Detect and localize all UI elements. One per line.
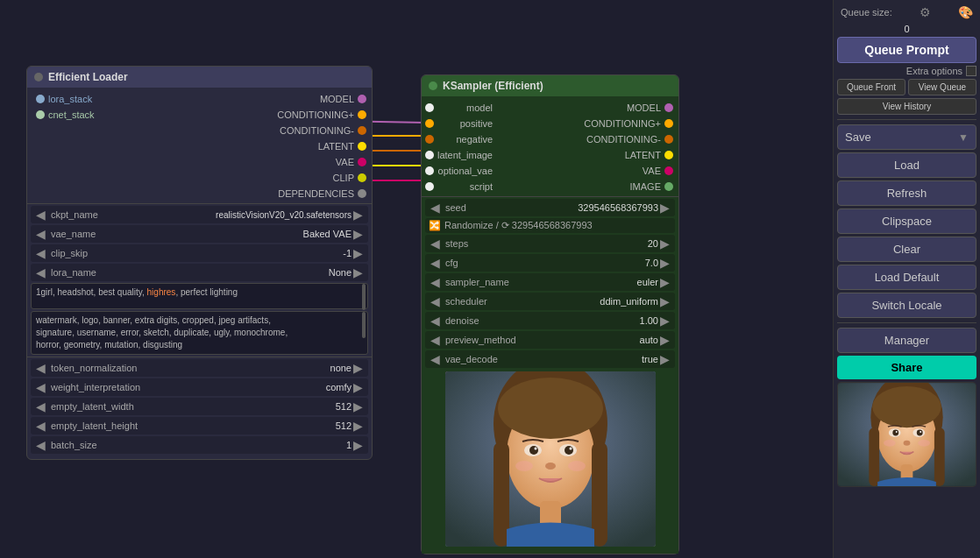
preview-widget[interactable]: ◀ preview_method auto ▶ [425, 331, 675, 349]
token-norm-widget[interactable]: ◀ token_normalization none ▶ [31, 359, 368, 377]
steps-label: steps [442, 238, 648, 249]
lw-right-arrow[interactable]: ▶ [352, 399, 365, 413]
ks-latent-row: latent_image [422, 147, 496, 163]
sampler-right[interactable]: ▶ [658, 275, 671, 289]
queue-prompt-button[interactable]: Queue Prompt [837, 37, 976, 63]
lw-value: 512 [336, 401, 352, 412]
latent-height-widget[interactable]: ◀ empty_latent_height 512 ▶ [31, 417, 368, 434]
latent-width-widget[interactable]: ◀ empty_latent_width 512 ▶ [31, 398, 368, 415]
token-right-arrow[interactable]: ▶ [352, 361, 365, 375]
clipspace-button[interactable]: Clipspace [837, 208, 976, 234]
loader-node: Efficient Loader lora_stack cnet_stack [26, 66, 373, 460]
scheduler-widget[interactable]: ◀ scheduler ddim_uniform ▶ [425, 293, 675, 310]
lh-right-arrow[interactable]: ▶ [352, 419, 365, 433]
share-button[interactable]: Share [837, 356, 976, 379]
preview-right[interactable]: ▶ [658, 333, 671, 347]
lora-right-arrow[interactable]: ▶ [352, 265, 365, 279]
vae-decode-right[interactable]: ▶ [658, 352, 671, 366]
denoise-right[interactable]: ▶ [658, 314, 671, 328]
bs-label: batch_size [47, 440, 346, 450]
seed-left-arrow[interactable]: ◀ [429, 201, 442, 215]
ks-out-model-row: MODEL [623, 100, 677, 116]
save-dropdown-arrow: ▼ [958, 131, 969, 144]
negative-text-area[interactable]: watermark, logo, banner, extra digits, c… [31, 311, 368, 355]
load-default-button[interactable]: Load Default [837, 265, 976, 290]
refresh-button[interactable]: Refresh [837, 180, 976, 206]
steps-widget[interactable]: ◀ steps 20 ▶ [425, 235, 675, 252]
bs-left-arrow[interactable]: ◀ [34, 438, 47, 452]
denoise-left[interactable]: ◀ [429, 314, 442, 328]
svg-point-31 [896, 431, 898, 433]
vae-decode-widget[interactable]: ◀ vae_decode true ▶ [425, 350, 675, 368]
clip-right-arrow[interactable]: ▶ [352, 246, 365, 260]
svg-point-32 [920, 431, 921, 433]
ckpt-right-arrow[interactable]: ▶ [352, 208, 365, 222]
positive-scrollbar[interactable] [362, 284, 366, 310]
bs-right-arrow[interactable]: ▶ [352, 438, 365, 452]
palette-icon[interactable]: 🎨 [958, 5, 973, 19]
output-deps-row: DEPENDENCIES [271, 186, 370, 201]
face-svg [445, 371, 656, 547]
cfg-right[interactable]: ▶ [658, 256, 671, 270]
negative-scrollbar[interactable] [362, 312, 366, 338]
lora-left-arrow[interactable]: ◀ [34, 265, 47, 279]
sampler-widget[interactable]: ◀ sampler_name euler ▶ [425, 273, 675, 291]
ks-vae-dot [425, 166, 434, 175]
positive-text-area[interactable]: 1girl, headshot, best quality, highres, … [31, 283, 368, 309]
clear-button[interactable]: Clear [837, 237, 976, 262]
view-queue-button[interactable]: View Queue [908, 79, 976, 95]
randomize-row[interactable]: 🔀 Randomize / ⟳ 329546568367993 [425, 218, 675, 233]
batch-size-widget[interactable]: ◀ batch_size 1 ▶ [31, 436, 368, 454]
steps-right[interactable]: ▶ [658, 237, 671, 251]
vae-decode-left[interactable]: ◀ [429, 352, 442, 366]
token-left-arrow[interactable]: ◀ [34, 361, 47, 375]
sampler-left[interactable]: ◀ [429, 275, 442, 289]
queue-front-button[interactable]: Queue Front [837, 79, 905, 95]
steps-left[interactable]: ◀ [429, 237, 442, 251]
cfg-widget[interactable]: ◀ cfg 7.0 ▶ [425, 254, 675, 272]
output-cond-neg-dot [358, 126, 366, 135]
ks-positive-label: positive [460, 118, 493, 129]
ksampler-title: KSampler (Efficient) [443, 80, 543, 92]
gear-icon[interactable]: ⚙ [920, 5, 931, 19]
seed-right-arrow[interactable]: ▶ [658, 201, 671, 215]
svg-point-10 [498, 378, 603, 439]
ks-out-latent-row: LATENT [621, 147, 677, 163]
weight-left-arrow[interactable]: ◀ [34, 380, 47, 394]
lh-left-arrow[interactable]: ◀ [34, 419, 47, 433]
seed-row[interactable]: ◀ seed 329546568367993 ▶ [425, 199, 675, 216]
weight-right-arrow[interactable]: ▶ [352, 380, 365, 394]
denoise-label: denoise [442, 315, 640, 326]
lora-name-widget[interactable]: ◀ lora_name None ▶ [31, 264, 368, 281]
sampler-value: euler [637, 277, 658, 287]
output-latent-label: LATENT [318, 141, 354, 152]
vae-right-arrow[interactable]: ▶ [352, 227, 365, 241]
vae-left-arrow[interactable]: ◀ [34, 227, 47, 241]
manager-button[interactable]: Manager [837, 328, 976, 353]
extra-options-checkbox[interactable] [966, 66, 976, 76]
svg-point-13 [529, 446, 538, 455]
ckpt-left-arrow[interactable]: ◀ [34, 208, 47, 222]
cfg-left[interactable]: ◀ [429, 256, 442, 270]
queue-count: 0 [837, 24, 976, 34]
ckpt-name-widget[interactable]: ◀ ckpt_name realisticVisionV20_v20.safet… [31, 206, 368, 223]
load-button[interactable]: Load [837, 152, 976, 178]
preview-left[interactable]: ◀ [429, 333, 442, 347]
scheduler-left[interactable]: ◀ [429, 294, 442, 308]
save-button[interactable]: Save ▼ [837, 124, 976, 150]
lh-label: empty_latent_height [47, 420, 336, 431]
switch-locale-button[interactable]: Switch Locale [837, 293, 976, 318]
weight-interp-widget[interactable]: ◀ weight_interpretation comfy ▶ [31, 378, 368, 396]
scheduler-right[interactable]: ▶ [658, 294, 671, 308]
lora-stack-label: lora_stack [48, 94, 92, 104]
denoise-widget[interactable]: ◀ denoise 1.00 ▶ [425, 312, 675, 329]
view-history-button[interactable]: View History [837, 98, 976, 115]
lw-left-arrow[interactable]: ◀ [34, 399, 47, 413]
token-value: none [330, 363, 352, 373]
clip-left-arrow[interactable]: ◀ [34, 246, 47, 260]
ks-sep-1 [422, 196, 678, 197]
clip-label: clip_skip [47, 248, 343, 258]
vae-name-widget[interactable]: ◀ vae_name Baked VAE ▶ [31, 225, 368, 243]
clip-skip-widget[interactable]: ◀ clip_skip -1 ▶ [31, 244, 368, 262]
ks-out-latent-label: LATENT [625, 150, 661, 160]
